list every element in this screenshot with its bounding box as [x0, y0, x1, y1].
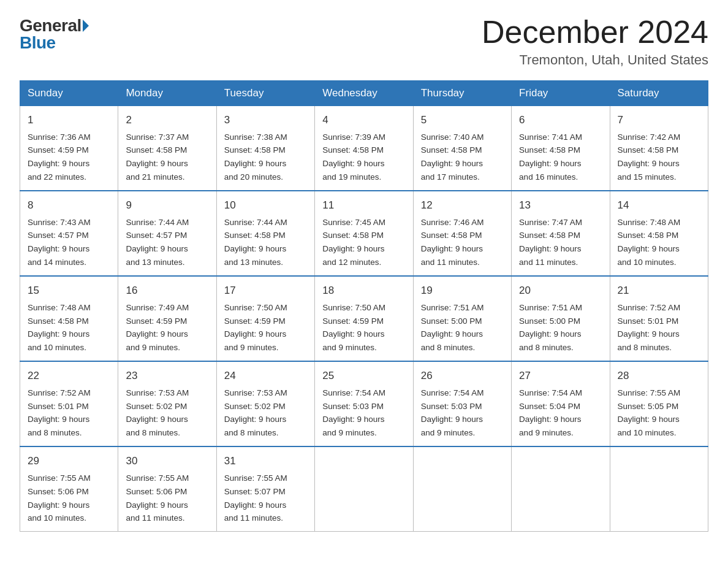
day-sunrise: Sunrise: 7:44 AMSunset: 4:58 PMDaylight:… — [224, 218, 287, 267]
weekday-header-wednesday: Wednesday — [315, 81, 413, 106]
calendar-week-row: 22 Sunrise: 7:52 AMSunset: 5:01 PMDaylig… — [20, 361, 708, 446]
day-number: 17 — [224, 283, 307, 299]
day-number: 11 — [322, 197, 405, 213]
day-sunrise: Sunrise: 7:51 AMSunset: 5:00 PMDaylight:… — [421, 303, 484, 353]
calendar-day-cell — [315, 446, 413, 532]
calendar-day-cell: 15 Sunrise: 7:48 AMSunset: 4:58 PMDaylig… — [20, 276, 118, 361]
day-sunrise: Sunrise: 7:51 AMSunset: 5:00 PMDaylight:… — [519, 303, 582, 353]
calendar-day-cell: 23 Sunrise: 7:53 AMSunset: 5:02 PMDaylig… — [118, 361, 216, 446]
logo[interactable]: General Blue — [20, 17, 89, 52]
day-sunrise: Sunrise: 7:48 AMSunset: 4:58 PMDaylight:… — [618, 218, 681, 267]
day-number: 27 — [519, 368, 602, 384]
calendar-day-cell: 4 Sunrise: 7:39 AMSunset: 4:58 PMDayligh… — [315, 106, 413, 191]
day-number: 26 — [421, 368, 504, 384]
logo-arrow-icon — [83, 20, 89, 32]
calendar-week-row: 8 Sunrise: 7:43 AMSunset: 4:57 PMDayligh… — [20, 191, 708, 276]
calendar-table: SundayMondayTuesdayWednesdayThursdayFrid… — [20, 80, 708, 532]
weekday-header-monday: Monday — [118, 81, 216, 106]
day-sunrise: Sunrise: 7:48 AMSunset: 4:58 PMDaylight:… — [28, 303, 91, 353]
day-sunrise: Sunrise: 7:39 AMSunset: 4:58 PMDaylight:… — [322, 132, 385, 182]
title-section: December 2024 Tremonton, Utah, United St… — [482, 15, 708, 68]
location-title: Tremonton, Utah, United States — [482, 52, 708, 68]
day-number: 31 — [224, 453, 307, 469]
day-sunrise: Sunrise: 7:43 AMSunset: 4:57 PMDaylight:… — [28, 218, 91, 267]
day-sunrise: Sunrise: 7:50 AMSunset: 4:59 PMDaylight:… — [322, 303, 385, 353]
day-sunrise: Sunrise: 7:54 AMSunset: 5:03 PMDaylight:… — [322, 388, 385, 438]
day-number: 14 — [618, 197, 700, 213]
calendar-day-cell: 1 Sunrise: 7:36 AMSunset: 4:59 PMDayligh… — [20, 106, 118, 191]
calendar-day-cell: 28 Sunrise: 7:55 AMSunset: 5:05 PMDaylig… — [610, 361, 708, 446]
day-sunrise: Sunrise: 7:55 AMSunset: 5:05 PMDaylight:… — [618, 388, 681, 438]
calendar-day-cell: 30 Sunrise: 7:55 AMSunset: 5:06 PMDaylig… — [118, 446, 216, 532]
calendar-day-cell — [512, 446, 610, 532]
day-sunrise: Sunrise: 7:46 AMSunset: 4:58 PMDaylight:… — [421, 218, 484, 267]
day-number: 7 — [618, 112, 700, 128]
calendar-day-cell: 29 Sunrise: 7:55 AMSunset: 5:06 PMDaylig… — [20, 446, 118, 532]
day-number: 29 — [28, 453, 110, 469]
day-number: 30 — [126, 453, 208, 469]
calendar-header-row: SundayMondayTuesdayWednesdayThursdayFrid… — [20, 81, 708, 106]
day-sunrise: Sunrise: 7:37 AMSunset: 4:58 PMDaylight:… — [126, 132, 189, 182]
day-number: 8 — [28, 197, 110, 213]
day-sunrise: Sunrise: 7:52 AMSunset: 5:01 PMDaylight:… — [618, 303, 681, 353]
calendar-week-row: 29 Sunrise: 7:55 AMSunset: 5:06 PMDaylig… — [20, 446, 708, 532]
calendar-day-cell: 6 Sunrise: 7:41 AMSunset: 4:58 PMDayligh… — [512, 106, 610, 191]
day-number: 23 — [126, 368, 208, 384]
day-sunrise: Sunrise: 7:40 AMSunset: 4:58 PMDaylight:… — [421, 132, 484, 182]
calendar-day-cell — [413, 446, 511, 532]
calendar-day-cell: 12 Sunrise: 7:46 AMSunset: 4:58 PMDaylig… — [413, 191, 511, 276]
day-number: 22 — [28, 368, 110, 384]
calendar-day-cell: 7 Sunrise: 7:42 AMSunset: 4:58 PMDayligh… — [610, 106, 708, 191]
day-number: 21 — [618, 283, 700, 299]
day-sunrise: Sunrise: 7:54 AMSunset: 5:03 PMDaylight:… — [421, 388, 484, 438]
day-sunrise: Sunrise: 7:42 AMSunset: 4:58 PMDaylight:… — [618, 132, 681, 182]
calendar-day-cell: 22 Sunrise: 7:52 AMSunset: 5:01 PMDaylig… — [20, 361, 118, 446]
calendar-day-cell: 19 Sunrise: 7:51 AMSunset: 5:00 PMDaylig… — [413, 276, 511, 361]
day-number: 16 — [126, 283, 208, 299]
weekday-header-saturday: Saturday — [610, 81, 708, 106]
day-number: 18 — [322, 283, 405, 299]
page-header: General Blue December 2024 Tremonton, Ut… — [20, 15, 708, 68]
calendar-day-cell: 8 Sunrise: 7:43 AMSunset: 4:57 PMDayligh… — [20, 191, 118, 276]
calendar-day-cell: 3 Sunrise: 7:38 AMSunset: 4:58 PMDayligh… — [216, 106, 314, 191]
day-number: 9 — [126, 197, 208, 213]
day-sunrise: Sunrise: 7:41 AMSunset: 4:58 PMDaylight:… — [519, 132, 582, 182]
day-number: 15 — [28, 283, 110, 299]
calendar-day-cell — [610, 446, 708, 532]
calendar-day-cell: 20 Sunrise: 7:51 AMSunset: 5:00 PMDaylig… — [512, 276, 610, 361]
day-sunrise: Sunrise: 7:49 AMSunset: 4:59 PMDaylight:… — [126, 303, 189, 353]
day-sunrise: Sunrise: 7:45 AMSunset: 4:58 PMDaylight:… — [322, 218, 385, 267]
calendar-day-cell: 2 Sunrise: 7:37 AMSunset: 4:58 PMDayligh… — [118, 106, 216, 191]
calendar-day-cell: 16 Sunrise: 7:49 AMSunset: 4:59 PMDaylig… — [118, 276, 216, 361]
weekday-header-thursday: Thursday — [413, 81, 511, 106]
calendar-day-cell: 27 Sunrise: 7:54 AMSunset: 5:04 PMDaylig… — [512, 361, 610, 446]
day-sunrise: Sunrise: 7:44 AMSunset: 4:57 PMDaylight:… — [126, 218, 189, 267]
calendar-day-cell: 10 Sunrise: 7:44 AMSunset: 4:58 PMDaylig… — [216, 191, 314, 276]
day-sunrise: Sunrise: 7:53 AMSunset: 5:02 PMDaylight:… — [126, 388, 189, 438]
day-number: 2 — [126, 112, 208, 128]
day-sunrise: Sunrise: 7:47 AMSunset: 4:58 PMDaylight:… — [519, 218, 582, 267]
calendar-day-cell: 17 Sunrise: 7:50 AMSunset: 4:59 PMDaylig… — [216, 276, 314, 361]
weekday-header-sunday: Sunday — [20, 81, 118, 106]
day-number: 3 — [224, 112, 307, 128]
day-number: 13 — [519, 197, 602, 213]
day-sunrise: Sunrise: 7:53 AMSunset: 5:02 PMDaylight:… — [224, 388, 287, 438]
calendar-day-cell: 31 Sunrise: 7:55 AMSunset: 5:07 PMDaylig… — [216, 446, 314, 532]
day-number: 19 — [421, 283, 504, 299]
day-sunrise: Sunrise: 7:55 AMSunset: 5:06 PMDaylight:… — [28, 473, 91, 523]
calendar-day-cell: 24 Sunrise: 7:53 AMSunset: 5:02 PMDaylig… — [216, 361, 314, 446]
day-number: 10 — [224, 197, 307, 213]
calendar-day-cell: 9 Sunrise: 7:44 AMSunset: 4:57 PMDayligh… — [118, 191, 216, 276]
calendar-day-cell: 26 Sunrise: 7:54 AMSunset: 5:03 PMDaylig… — [413, 361, 511, 446]
day-number: 1 — [28, 112, 110, 128]
calendar-week-row: 1 Sunrise: 7:36 AMSunset: 4:59 PMDayligh… — [20, 106, 708, 191]
calendar-day-cell: 11 Sunrise: 7:45 AMSunset: 4:58 PMDaylig… — [315, 191, 413, 276]
day-sunrise: Sunrise: 7:36 AMSunset: 4:59 PMDaylight:… — [28, 132, 91, 182]
day-number: 5 — [421, 112, 504, 128]
day-number: 12 — [421, 197, 504, 213]
day-number: 20 — [519, 283, 602, 299]
month-title: December 2024 — [482, 15, 708, 50]
calendar-week-row: 15 Sunrise: 7:48 AMSunset: 4:58 PMDaylig… — [20, 276, 708, 361]
weekday-header-tuesday: Tuesday — [216, 81, 314, 106]
day-number: 4 — [322, 112, 405, 128]
